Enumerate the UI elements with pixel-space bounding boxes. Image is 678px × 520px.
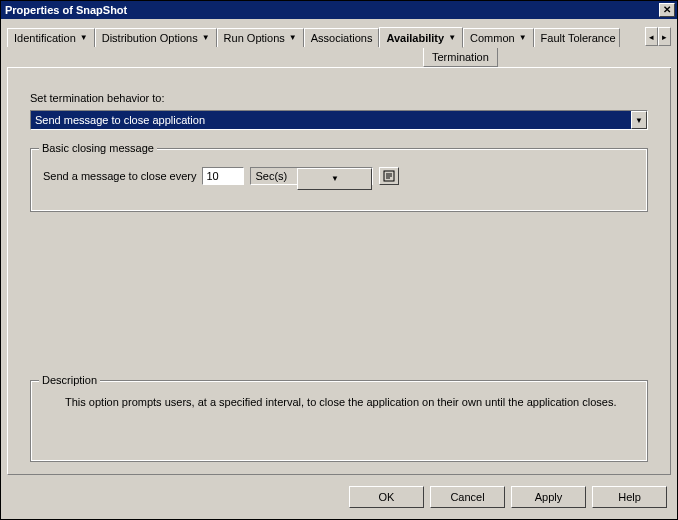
tab-label: Common: [470, 32, 515, 44]
subtab-row: Termination: [7, 48, 671, 67]
apply-button[interactable]: Apply: [511, 486, 586, 508]
tab-label: Fault Tolerance: [541, 32, 616, 44]
edit-message-button[interactable]: [379, 167, 399, 185]
tab-panel: Set termination behavior to: Send messag…: [7, 67, 671, 475]
tab-scroll-right[interactable]: ▸: [658, 27, 671, 46]
group-legend: Basic closing message: [39, 142, 157, 154]
tab-run-options[interactable]: Run Options ▼: [217, 28, 304, 47]
behavior-combo[interactable]: Send message to close application ▼: [30, 110, 648, 130]
properties-window: Properties of SnapShot ✕ Identification …: [0, 0, 678, 520]
tab-availability[interactable]: Availability ▼: [379, 27, 463, 48]
triangle-right-icon: ▸: [662, 32, 667, 42]
title-bar: Properties of SnapShot ✕: [1, 1, 677, 19]
chevron-down-icon: ▼: [331, 169, 339, 189]
dialog-button-bar: OK Cancel Apply Help: [1, 481, 677, 519]
chevron-down-icon: ▼: [519, 34, 527, 42]
behavior-combo-text: Send message to close application: [31, 111, 631, 129]
tab-label: Distribution Options: [102, 32, 198, 44]
send-every-label: Send a message to close every: [43, 170, 196, 182]
edit-message-icon: [383, 170, 395, 182]
basic-closing-group: Basic closing message Send a message to …: [30, 148, 648, 212]
tab-common[interactable]: Common ▼: [463, 28, 534, 47]
interval-unit-text: Sec(s): [251, 168, 297, 184]
tab-distribution-options[interactable]: Distribution Options ▼: [95, 28, 217, 47]
tab-identification[interactable]: Identification ▼: [7, 28, 95, 47]
tab-scroll-left[interactable]: ◂: [645, 27, 658, 46]
chevron-down-icon: ▼: [448, 34, 456, 42]
interval-unit-button[interactable]: ▼: [297, 168, 372, 190]
tab-fault-tolerance[interactable]: Fault Tolerance: [534, 28, 620, 47]
tab-strip: Identification ▼ Distribution Options ▼ …: [7, 27, 671, 48]
tab-scroll-buttons: ◂ ▸: [645, 27, 671, 46]
subtab-termination[interactable]: Termination: [423, 48, 498, 67]
behavior-combo-button[interactable]: ▼: [631, 111, 647, 129]
tab-label: Identification: [14, 32, 76, 44]
interval-input[interactable]: [202, 167, 244, 185]
tab-associations[interactable]: Associations: [304, 28, 380, 47]
cancel-button[interactable]: Cancel: [430, 486, 505, 508]
subtab-label: Termination: [432, 51, 489, 63]
description-text: This option prompts users, at a specifie…: [65, 395, 627, 410]
close-button[interactable]: ✕: [659, 3, 675, 17]
tab-label: Run Options: [224, 32, 285, 44]
chevron-down-icon: ▼: [289, 34, 297, 42]
help-button[interactable]: Help: [592, 486, 667, 508]
tab-label: Availability: [386, 32, 444, 44]
chevron-down-icon: ▼: [202, 34, 210, 42]
triangle-left-icon: ◂: [649, 32, 654, 42]
tab-label: Associations: [311, 32, 373, 44]
chevron-down-icon: ▼: [80, 34, 88, 42]
behavior-label: Set termination behavior to:: [30, 92, 648, 104]
interval-unit-combo[interactable]: Sec(s) ▼: [250, 167, 373, 185]
window-title: Properties of SnapShot: [5, 4, 127, 16]
chevron-down-icon: ▼: [635, 116, 643, 125]
close-icon: ✕: [663, 4, 671, 15]
description-legend: Description: [39, 374, 100, 386]
description-group: Description This option prompts users, a…: [30, 380, 648, 462]
ok-button[interactable]: OK: [349, 486, 424, 508]
closing-interval-row: Send a message to close every Sec(s) ▼: [43, 167, 635, 185]
